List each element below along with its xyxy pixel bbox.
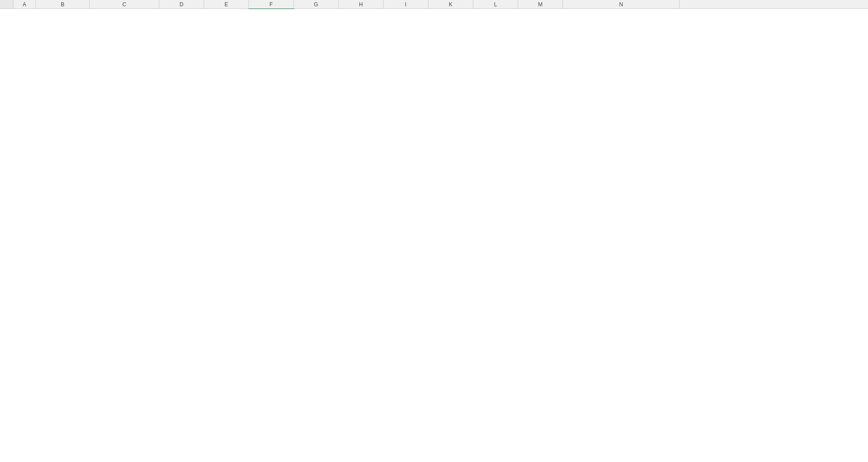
col-header-M[interactable]: M	[518, 0, 563, 9]
col-header-L[interactable]: L	[473, 0, 518, 9]
col-header-N[interactable]: N	[563, 0, 680, 9]
col-header-B[interactable]: B	[36, 0, 90, 9]
col-header-F[interactable]: F	[249, 0, 294, 9]
col-header-E[interactable]: E	[204, 0, 249, 9]
col-header-C[interactable]: C	[90, 0, 159, 9]
col-header-A[interactable]: A	[13, 0, 36, 9]
col-header-H[interactable]: H	[339, 0, 384, 9]
col-header-D[interactable]: D	[159, 0, 204, 9]
col-header-I[interactable]: I	[384, 0, 428, 9]
corner-cell[interactable]	[0, 0, 13, 9]
col-header-G[interactable]: G	[294, 0, 339, 9]
column-headers: ABCDEFGHIKLMN	[0, 0, 868, 9]
col-header-K[interactable]: K	[428, 0, 473, 9]
